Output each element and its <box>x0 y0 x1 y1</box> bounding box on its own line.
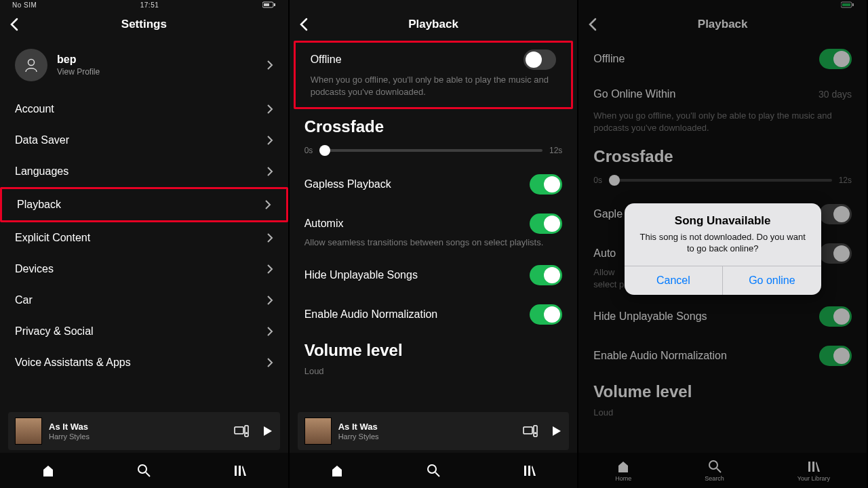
chevron-right-icon <box>267 166 273 177</box>
settings-row-voice[interactable]: Voice Assistants & Apps <box>0 347 288 378</box>
svg-rect-4 <box>235 427 243 434</box>
battery-icon <box>262 1 276 8</box>
screen-settings: No SIM 17:51 Settings bep View Profile A… <box>0 0 290 488</box>
automix-row[interactable]: Automix <box>290 204 578 237</box>
dialog-title: Song Unavailable <box>637 214 809 228</box>
chevron-right-icon <box>267 295 273 306</box>
back-button[interactable] <box>299 18 309 31</box>
song-unavailable-dialog: Song Unavailable This song is not downlo… <box>625 203 821 295</box>
volume-heading: Volume level <box>290 334 578 364</box>
row-label: Devices <box>15 263 54 275</box>
nav-search[interactable] <box>426 463 441 478</box>
home-icon <box>41 463 56 478</box>
page-title: Settings <box>0 18 288 31</box>
svg-rect-2 <box>264 3 269 6</box>
chevron-right-icon <box>267 326 273 337</box>
crossfade-slider[interactable]: 0s 12s <box>290 140 578 165</box>
dialog-message: This song is not downloaded. Do you want… <box>637 232 809 255</box>
svg-point-6 <box>245 432 248 434</box>
gapless-toggle[interactable] <box>530 174 562 195</box>
svg-rect-1 <box>274 3 275 6</box>
offline-desc: When you go offline, you'll only be able… <box>296 74 572 104</box>
row-label: Voice Assistants & Apps <box>15 357 131 369</box>
svg-point-13 <box>428 465 436 473</box>
row-label: Languages <box>15 165 68 178</box>
settings-row-car[interactable]: Car <box>0 285 288 316</box>
svg-rect-5 <box>245 426 248 436</box>
clock-label: 17:51 <box>140 1 159 9</box>
profile-row[interactable]: bep View Profile <box>0 39 288 94</box>
normalization-toggle[interactable] <box>530 304 562 325</box>
dialog-confirm-button[interactable]: Go online <box>722 266 821 295</box>
offline-row[interactable]: Offline <box>296 43 572 74</box>
hide-unplayable-toggle[interactable] <box>530 265 562 285</box>
dialog-cancel-button[interactable]: Cancel <box>625 266 723 295</box>
now-playing-song: As It Was <box>49 422 227 432</box>
nav-home[interactable] <box>330 463 344 478</box>
nav-search[interactable] <box>136 463 151 478</box>
back-button[interactable] <box>9 18 19 31</box>
gapless-row[interactable]: Gapless Playback <box>290 165 578 204</box>
profile-name: bep <box>57 54 267 66</box>
normalization-row[interactable]: Enable Audio Normalization <box>290 295 578 334</box>
devices-icon[interactable] <box>234 425 249 437</box>
chevron-right-icon <box>267 104 273 115</box>
crossfade-heading: Crossfade <box>290 110 578 140</box>
row-label: Hide Unplayable Songs <box>304 269 418 281</box>
album-cover <box>304 418 332 445</box>
slider-track[interactable] <box>319 149 542 152</box>
chevron-right-icon <box>267 264 273 274</box>
settings-row-languages[interactable]: Languages <box>0 156 288 187</box>
svg-point-7 <box>138 465 146 473</box>
top-bar: Playback <box>290 9 578 39</box>
settings-row-data-saver[interactable]: Data Saver <box>0 125 288 156</box>
settings-row-account[interactable]: Account <box>0 94 288 125</box>
bottom-nav <box>0 453 288 488</box>
volume-sub: Loud <box>290 364 578 384</box>
settings-row-privacy[interactable]: Privacy & Social <box>0 316 288 347</box>
svg-rect-9 <box>239 466 241 476</box>
now-playing-bar[interactable]: As It Was Harry Styles <box>8 412 280 450</box>
nav-home[interactable] <box>41 463 56 478</box>
bottom-nav <box>290 453 578 488</box>
offline-block-highlight: Offline When you go offline, you'll only… <box>294 41 574 109</box>
library-icon <box>233 463 248 478</box>
top-bar: Settings <box>0 9 288 39</box>
home-icon <box>330 463 344 478</box>
now-playing-song: As It Was <box>338 422 517 432</box>
nav-library[interactable] <box>522 463 537 478</box>
row-label: Account <box>15 103 54 115</box>
chevron-right-icon <box>267 357 273 368</box>
hide-unplayable-row[interactable]: Hide Unplayable Songs <box>290 256 578 295</box>
row-label: Playback <box>17 199 61 211</box>
chevron-right-icon <box>267 135 273 146</box>
automix-desc: Allow seamless transitions between songs… <box>290 237 578 256</box>
svg-point-12 <box>534 432 536 434</box>
row-label: Explicit Content <box>15 232 90 244</box>
play-icon[interactable] <box>261 425 273 437</box>
row-label: Offline <box>311 54 342 66</box>
chevron-right-icon <box>267 60 273 70</box>
album-cover <box>15 418 42 445</box>
now-playing-bar[interactable]: As It Was Harry Styles <box>298 412 570 450</box>
nav-library[interactable] <box>233 463 248 478</box>
settings-row-explicit[interactable]: Explicit Content <box>0 222 288 253</box>
settings-row-devices[interactable]: Devices <box>0 253 288 285</box>
row-label: Automix <box>304 218 344 230</box>
svg-rect-10 <box>524 427 532 434</box>
row-label: Data Saver <box>15 134 69 146</box>
row-label: Car <box>15 294 33 306</box>
offline-toggle[interactable] <box>524 49 556 70</box>
row-label: Enable Audio Normalization <box>304 308 438 321</box>
svg-rect-14 <box>524 466 526 476</box>
settings-row-playback[interactable]: Playback <box>0 187 288 222</box>
profile-sub: View Profile <box>57 67 267 77</box>
play-icon[interactable] <box>550 425 562 437</box>
svg-rect-8 <box>235 466 237 476</box>
slider-min: 0s <box>304 146 313 155</box>
slider-thumb[interactable] <box>319 145 330 156</box>
svg-rect-11 <box>534 426 537 436</box>
row-label: Gapless Playback <box>304 178 391 190</box>
devices-icon[interactable] <box>523 425 538 437</box>
automix-toggle[interactable] <box>530 214 562 234</box>
